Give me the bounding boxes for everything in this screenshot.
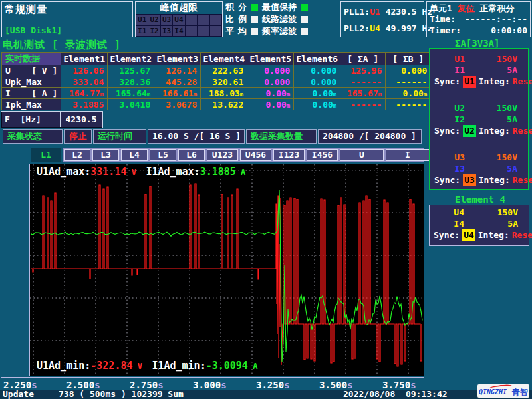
checkbox-线路滤波[interactable] (301, 16, 308, 23)
value-cell: 166.61m (154, 88, 201, 99)
voltage-channel: U2 (432, 102, 470, 114)
value-cell: 188.03m (201, 88, 247, 99)
tab-U456[interactable]: U456 (240, 149, 271, 161)
peak-grid-row: I1I2I3I4 (136, 25, 222, 37)
tab-L5[interactable]: L5 (150, 149, 176, 161)
value-cell: ------ (340, 99, 386, 110)
integ-reset-button[interactable]: Reset (513, 76, 532, 88)
check-label: 线路滤波 (262, 13, 297, 25)
sync-source-chip[interactable]: U3 (463, 174, 476, 186)
tab-L6[interactable]: L6 (178, 149, 205, 161)
peak-cell: U4 (173, 15, 184, 25)
current-row: I15A (432, 65, 527, 76)
value-cell: 328.36 (108, 76, 154, 88)
value-cell: ------ (386, 99, 431, 110)
tab-I[interactable]: I (386, 149, 430, 161)
current-channel: I3 (432, 163, 470, 174)
peak-cell: U2 (148, 15, 160, 25)
current-range: 5A (469, 218, 527, 229)
unit-reset-button[interactable]: 复位 (458, 3, 475, 13)
milli-suffix: m (287, 102, 290, 109)
annotation-value: -3.0094 (206, 360, 248, 372)
sync-source-chip[interactable]: U1 (463, 76, 476, 88)
pll2-source: U4 (370, 23, 380, 33)
annotation-label: U1Ad_min: (37, 360, 90, 372)
check-row: 积分最值保持 (225, 1, 338, 13)
voltage-range: 150V (470, 102, 527, 114)
milli-suffix: m (100, 91, 104, 98)
pll2-row: PLL2:U4 49.997 Hz (344, 20, 421, 37)
value-cell: 0.00m (294, 99, 340, 110)
column-header: Element3 (154, 53, 201, 65)
milli-suffix: m (240, 91, 243, 98)
integ-reset-button[interactable]: Reset (512, 229, 532, 241)
peak-cell: I3 (161, 26, 172, 36)
measure-mode-panel: 常规测量 [USB Disk1] (1, 1, 133, 37)
voltage-row: U3150V (432, 152, 527, 163)
tab-U123[interactable]: U123 (207, 149, 238, 161)
check-row: 比例线路滤波 (225, 13, 338, 25)
peak-cell: I4 (173, 26, 184, 36)
current-range: 5A (470, 163, 527, 174)
row-label: I [ A ] (2, 88, 61, 99)
sync-row: Sync:U1 Integ:Reset (432, 76, 527, 88)
current-channel: I2 (432, 114, 470, 125)
checkbox-最值保持[interactable] (301, 4, 308, 11)
peak-over-limit-title: 峰值超限 (136, 2, 222, 14)
pll1-value: 4230.5 Hz (386, 7, 432, 17)
acquisition-status-row: 采集状态 停止 运行时间 16.00 S /[ 16 S ] 数据采集数量 20… (0, 129, 426, 144)
x-tick-label: 3.250s (256, 380, 290, 390)
tab-I456[interactable]: I456 (307, 149, 338, 161)
value-cell: 125.67 (108, 65, 154, 76)
voltage-range: 150V (469, 207, 527, 218)
element-group: U2150VI25ASync:U2 Integ:Reset (432, 102, 527, 137)
brand-logo: QINGZHI 青智 (477, 384, 529, 398)
checkbox-比例[interactable] (251, 16, 258, 23)
table-row: Ipk_Max3.18853.04183.067813.6220.00m0.00… (2, 99, 431, 110)
check-char: 比 (225, 13, 234, 25)
voltage-range: 150V (470, 152, 527, 163)
x-tick-label: 3.000s (193, 380, 227, 390)
annotation-label: U1Ad_max: (37, 166, 90, 178)
tab-U[interactable]: U (340, 149, 384, 161)
sync-source-chip[interactable]: U2 (463, 125, 476, 137)
current-row: I25A (432, 114, 527, 125)
checkbox-积分[interactable] (251, 4, 258, 11)
value-cell: 0.00m (386, 88, 431, 99)
checkbox-频率滤波[interactable] (301, 28, 308, 35)
logo-text: QINGZHI (479, 388, 507, 396)
value-cell: 222.63 (201, 65, 247, 76)
annotation-unit: A (236, 168, 255, 177)
peak-over-limit-panel: 峰值超限 U1U2U3U4I1I2I3I4 (135, 1, 223, 37)
annotation-unit: A (248, 362, 267, 371)
acq-status-value: 停止 (64, 129, 92, 144)
integ-label: Integ: (479, 125, 510, 137)
integ-reset-button[interactable]: Reset (513, 125, 532, 137)
value-cell: 126.06 (61, 65, 108, 76)
unit-timer-panel: 单元1 复位 正常积分 Time:------:--:-- Timer:0:00… (426, 1, 531, 37)
tab-L3[interactable]: L3 (92, 149, 119, 161)
element4-panel-title: Element 4 (455, 194, 505, 205)
tab-L1[interactable]: L1 (31, 148, 61, 162)
voltage-row: U2150V (432, 102, 527, 114)
integ-reset-button[interactable]: Reset (513, 174, 532, 186)
current-channel: I1 (432, 65, 470, 76)
element-group: U4150VI45ASync:U4 Integ:Reset (431, 207, 527, 241)
tab-I123[interactable]: I123 (273, 149, 305, 161)
sync-source-chip[interactable]: U4 (462, 229, 475, 241)
pll-panel: PLL1:U1 4230.5 Hz PLL2:U4 49.997 Hz (340, 1, 424, 37)
tab-L2[interactable]: L2 (64, 149, 90, 161)
integ-label: Integ: (478, 229, 509, 241)
chart-max-annotations: U1Ad_max:331.14 V I1Ad_max:3.1885 A (37, 166, 255, 178)
peak-cell (186, 15, 197, 25)
tab-L4[interactable]: L4 (121, 149, 148, 161)
peak-cell (198, 26, 209, 36)
time-label: Time: (430, 14, 456, 25)
peak-cell (210, 26, 221, 36)
value-cell: ------ (386, 76, 431, 88)
check-char: 积 (225, 1, 234, 13)
row-label: Ipk_Max (2, 99, 61, 110)
voltage-channel: U3 (432, 152, 470, 163)
checkbox-平均[interactable] (251, 28, 258, 35)
annotation-value: 3.1885 (200, 166, 236, 178)
